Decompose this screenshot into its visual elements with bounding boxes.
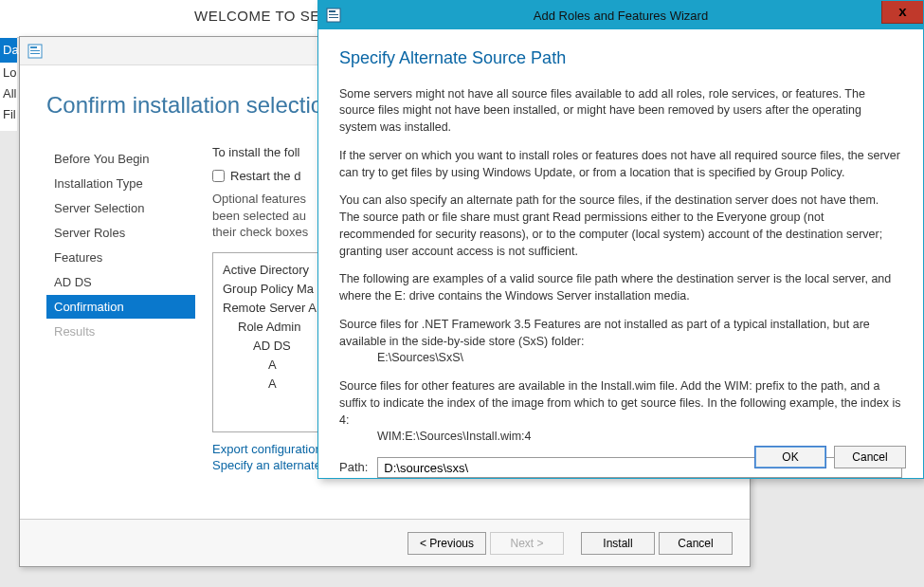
ok-button[interactable]: OK (754, 446, 826, 468)
cancel-button[interactable]: Cancel (659, 532, 733, 555)
dialog-paragraph: Source files for .NET Framework 3.5 Feat… (339, 317, 902, 367)
dialog-paragraph: Some servers might not have all source f… (339, 86, 902, 137)
svg-rect-2 (30, 50, 40, 51)
dialog-body: Specify Alternate Source Path Some serve… (318, 29, 923, 489)
step-results: Results (46, 320, 195, 343)
left-item-file[interactable]: Fil (0, 107, 16, 121)
wizard-footer: < Previous Next > Install Cancel (20, 519, 750, 566)
step-installation-type[interactable]: Installation Type (46, 172, 195, 195)
step-server-roles[interactable]: Server Roles (46, 221, 195, 245)
step-ad-ds[interactable]: AD DS (46, 270, 195, 294)
svg-rect-7 (329, 17, 338, 18)
dialog-app-icon (326, 8, 341, 23)
dialog-paragraph: If the server on which you want to insta… (339, 148, 902, 182)
step-before-you-begin[interactable]: Before You Begin (46, 147, 195, 171)
dialog-paragraph: The following are examples of a valid so… (339, 271, 902, 305)
dialog-paragraph: You can also specify an alternate path f… (339, 193, 902, 260)
restart-label: Restart the d (230, 169, 300, 183)
dialog-cancel-button[interactable]: Cancel (834, 446, 906, 468)
wizard-app-icon (27, 44, 43, 59)
install-button[interactable]: Install (581, 532, 655, 555)
left-nav-truncated: Da Lo All Fil (0, 36, 17, 131)
svg-rect-5 (329, 10, 335, 12)
svg-rect-3 (30, 53, 40, 54)
left-item-local[interactable]: Lo (0, 65, 16, 80)
dialog-title-text: Add Roles and Features Wizard (534, 9, 708, 23)
close-icon[interactable]: x (881, 1, 923, 24)
dialog-titlebar[interactable]: Add Roles and Features Wizard x (318, 1, 923, 29)
dialog-footer: OK Cancel (318, 436, 923, 478)
step-confirmation[interactable]: Confirmation (46, 295, 195, 319)
restart-checkbox[interactable] (212, 170, 225, 182)
svg-rect-1 (30, 46, 37, 48)
example-path: E:\Sources\SxS\ (339, 351, 463, 364)
wizard-steps-list: Before You Begin Installation Type Serve… (20, 138, 195, 515)
alt-source-path-dialog: Add Roles and Features Wizard x Specify … (317, 0, 924, 479)
step-features[interactable]: Features (46, 246, 195, 269)
left-item-all[interactable]: All (0, 86, 16, 101)
dialog-heading: Specify Alternate Source Path (339, 46, 902, 71)
svg-rect-6 (329, 14, 338, 15)
step-server-selection[interactable]: Server Selection (46, 196, 195, 220)
next-button: Next > (490, 532, 564, 555)
left-item-dashboard[interactable]: Da (0, 38, 17, 63)
previous-button[interactable]: < Previous (408, 532, 486, 555)
